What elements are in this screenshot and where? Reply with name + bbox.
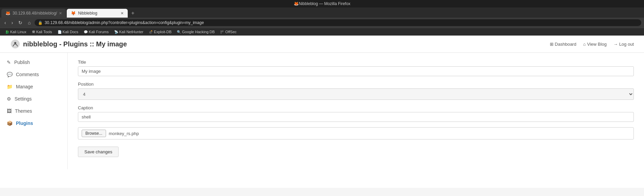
page-title: nibbleblog - Plugins :: My image [23, 40, 127, 48]
position-label: Position [78, 82, 634, 87]
tab-inactive[interactable]: 🦊 30.129.68.48/nibbleblog/ ✕ [1, 9, 66, 18]
kali-forums-icon: 💬 [84, 30, 88, 34]
sidebar-comments-label: Comments [16, 72, 39, 77]
sidebar-item-publish[interactable]: ✎ Publish [0, 56, 67, 68]
page-content: nibbleblog - Plugins :: My image ⊞ Dashb… [0, 36, 644, 188]
dashboard-icon: ⊞ [550, 42, 554, 47]
file-upload-row: Browse... monkey_rs.php [78, 127, 634, 139]
kali-docs-icon: 📄 [58, 30, 62, 34]
bookmark-kali-linux-label: Kali Linux [10, 30, 26, 34]
bookmark-kali-forums-label: Kali Forums [89, 30, 109, 34]
kali-linux-icon: 🐉 [5, 30, 9, 34]
bookmark-kali-linux[interactable]: 🐉 Kali Linux [3, 29, 29, 35]
title-label: Title [78, 60, 634, 65]
bookmark-kali-forums[interactable]: 💬 Kali Forums [81, 29, 111, 35]
security-icon: 🔒 [38, 21, 43, 25]
home-button[interactable]: ⌂ [26, 19, 32, 26]
publish-icon: ✎ [7, 60, 11, 65]
bookmark-kali-nethunter-label: Kali NetHunter [119, 30, 144, 34]
sidebar-themes-label: Themes [15, 108, 32, 114]
exploit-db-icon: 💣 [149, 30, 153, 34]
title-field-group: Title [78, 60, 634, 76]
bookmark-kali-docs[interactable]: 📄 Kali Docs [55, 29, 81, 35]
save-group: Save changes [78, 145, 634, 157]
title-input[interactable] [78, 66, 634, 76]
home-icon: ⌂ [583, 42, 586, 47]
plugins-icon: 📦 [7, 121, 13, 126]
nibble-logo-icon [10, 39, 20, 49]
bookmark-offsec-label: OffSec [225, 30, 236, 34]
content-area: Title Position 1 2 3 4 5 Caption [68, 53, 644, 169]
bookmarks-bar: 🐉 Kali Linux 🛠 Kali Tools 📄 Kali Docs 💬 … [0, 28, 644, 36]
view-blog-label: View Blog [587, 42, 607, 47]
tab-active[interactable]: 🦊 Nibbleblog ✕ [67, 9, 128, 18]
bookmark-ghdb[interactable]: 🔍 Google Hacking DB [174, 29, 217, 35]
file-name: monkey_rs.php [109, 131, 139, 136]
browse-button[interactable]: Browse... [82, 130, 106, 137]
bookmark-offsec[interactable]: 🏴 OffSec [218, 29, 239, 35]
sidebar-publish-label: Publish [14, 60, 30, 65]
address-bar[interactable] [45, 20, 638, 25]
tab-favicon: 🦊 [5, 11, 11, 16]
browser-chrome: 🦊 Nibbleblog — Mozilla Firefox 🦊 30.129.… [0, 0, 644, 36]
bookmark-exploit-db[interactable]: 💣 Exploit-DB [146, 29, 174, 35]
tab-close-active-btn[interactable]: ✕ [121, 11, 124, 16]
manage-icon: 📁 [7, 84, 13, 89]
tab-bar: 🦊 30.129.68.48/nibbleblog/ ✕ 🦊 Nibbleblo… [0, 7, 644, 18]
themes-icon: 🖼 [7, 108, 12, 114]
kali-tools-icon: 🛠 [32, 30, 35, 34]
dashboard-label: Dashboard [555, 42, 577, 47]
bookmark-kali-docs-label: Kali Docs [63, 30, 78, 34]
caption-field-group: Caption [78, 105, 634, 122]
sidebar-manage-label: Manage [16, 84, 33, 89]
sidebar-item-themes[interactable]: 🖼 Themes [0, 105, 67, 117]
nibble-brand: nibbleblog - Plugins :: My image [10, 39, 127, 49]
bookmark-kali-nethunter[interactable]: 📡 Kali NetHunter [112, 29, 146, 35]
offsec-icon: 🏴 [220, 30, 224, 34]
tab-close-btn[interactable]: ✕ [59, 11, 62, 16]
sidebar: ✎ Publish 💬 Comments 📁 Manage ⚙ Settings… [0, 53, 68, 169]
sidebar-item-plugins[interactable]: 📦 Plugins [0, 117, 67, 129]
tab-favicon-active: 🦊 [71, 11, 76, 16]
dashboard-link[interactable]: ⊞ Dashboard [550, 42, 577, 47]
logout-icon: → [614, 42, 618, 47]
bookmark-exploit-db-label: Exploit-DB [154, 30, 171, 34]
tab-label: 30.129.68.48/nibbleblog/ [13, 11, 57, 16]
firefox-icon: 🦊 [294, 1, 299, 6]
back-button[interactable]: ‹ [3, 19, 8, 26]
bookmark-kali-tools[interactable]: 🛠 Kali Tools [29, 29, 55, 35]
sidebar-item-manage[interactable]: 📁 Manage [0, 81, 67, 93]
bookmark-ghdb-label: Google Hacking DB [182, 30, 215, 34]
new-tab-button[interactable]: + [128, 9, 137, 18]
sidebar-settings-label: Settings [15, 96, 32, 102]
ghdb-icon: 🔍 [177, 30, 181, 34]
save-changes-button[interactable]: Save changes [78, 147, 119, 157]
file-upload-group: Browse... monkey_rs.php [78, 127, 634, 139]
settings-icon: ⚙ [7, 96, 11, 102]
position-field-group: Position 1 2 3 4 5 [78, 82, 634, 100]
logout-link[interactable]: → Log out [614, 42, 634, 47]
main-layout: ✎ Publish 💬 Comments 📁 Manage ⚙ Settings… [0, 53, 644, 169]
window-title: Nibbleblog — Mozilla Firefox [299, 1, 351, 6]
logout-label: Log out [619, 42, 634, 47]
caption-label: Caption [78, 105, 634, 110]
sidebar-plugins-label: Plugins [16, 121, 33, 126]
svg-point-1 [14, 42, 16, 44]
forward-button[interactable]: › [10, 19, 15, 26]
bookmark-kali-tools-label: Kali Tools [36, 30, 52, 34]
sidebar-item-comments[interactable]: 💬 Comments [0, 68, 67, 81]
topnav-links: ⊞ Dashboard ⌂ View Blog → Log out [550, 42, 634, 47]
comments-icon: 💬 [7, 72, 13, 77]
tab-label-active: Nibbleblog [78, 11, 97, 16]
nav-bar: ‹ › ↻ ⌂ 🔒 [0, 18, 644, 28]
reload-button[interactable]: ↻ [17, 19, 24, 26]
kali-nethunter-icon: 📡 [114, 30, 118, 34]
position-select[interactable]: 1 2 3 4 5 [78, 88, 634, 100]
nibble-topnav: nibbleblog - Plugins :: My image ⊞ Dashb… [0, 36, 644, 53]
view-blog-link[interactable]: ⌂ View Blog [583, 42, 606, 47]
caption-input[interactable] [78, 112, 634, 122]
title-bar: 🦊 Nibbleblog — Mozilla Firefox [0, 0, 644, 7]
address-bar-wrapper: 🔒 [35, 19, 641, 26]
sidebar-item-settings[interactable]: ⚙ Settings [0, 93, 67, 105]
